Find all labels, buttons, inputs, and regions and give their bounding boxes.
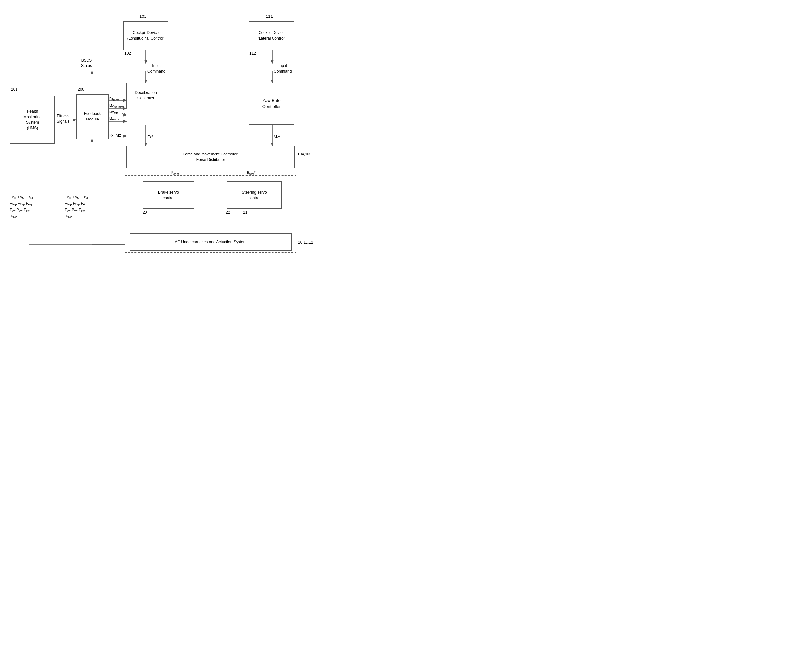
fx-mz-label: Fx, Mz: [109, 133, 121, 138]
left-signals-label: FxM, FyM, FzM FxN, FyN, FzN TW, PW, Tew …: [10, 194, 33, 220]
steering-servo-label: Steering servocontrol: [242, 190, 267, 201]
ref-104-105: 104,105: [298, 151, 311, 157]
hms-box: HealthMonitoringSystem(HMS): [10, 96, 55, 144]
ref-200: 200: [78, 87, 84, 92]
force-distributor-box: Force and Movement Controller/Force Dist…: [126, 146, 295, 169]
force-dist-label: Force and Movement Controller/Force Dist…: [183, 151, 238, 162]
ref-201: 201: [11, 87, 18, 92]
ref-22: 22: [226, 210, 230, 215]
decel-label: DecelerationController: [135, 90, 156, 101]
cockpit-lateral-box: Cockpit Device (Lateral Control): [249, 21, 294, 50]
p-com-label: Pcom: [171, 170, 179, 176]
ref-101: 101: [139, 14, 147, 19]
steering-servo-box: Steering servocontrol: [227, 182, 282, 209]
fitness-signals-label: FitnessSignals: [57, 113, 69, 124]
feedback-module-box: FeedbackModule: [76, 94, 108, 139]
diagram: Cockpit Device (Longitudinal Control) Co…: [0, 0, 406, 331]
fx-max-label: Fxmax: [109, 96, 119, 102]
ref-111: 111: [266, 14, 273, 19]
input-cmd-lat-label: InputCommand: [274, 63, 292, 74]
ac-under-label: AC Undercarriages and Actuation System: [175, 239, 246, 245]
yaw-label: Yaw RateController: [263, 98, 280, 109]
hms-label: HealthMonitoringSystem(HMS): [23, 109, 42, 130]
yaw-controller-box: Yaw RateController: [249, 83, 294, 125]
decel-controller-box: DecelerationController: [126, 83, 165, 109]
ref-112: 112: [250, 51, 256, 56]
fx-star-label: Fx*: [147, 134, 153, 140]
input-cmd-long-label: InputCommand: [147, 63, 165, 74]
ref-102: 102: [124, 51, 131, 56]
brake-servo-label: Brake servocontrol: [158, 190, 179, 201]
ref-20: 20: [143, 210, 147, 215]
cockpit-lat-label: Cockpit Device (Lateral Control): [251, 30, 292, 41]
theta-nw-star-label: θNW*: [247, 170, 255, 176]
feedback-label: FeedbackModule: [84, 111, 101, 122]
cockpit-longitudinal-box: Cockpit Device (Longitudinal Control): [123, 21, 169, 50]
brake-servo-box: Brake servocontrol: [143, 182, 194, 209]
right-signals-label: FxM, FyM, FzM FxN, FyN, Fz TW, PW, Tew θ…: [65, 194, 88, 220]
ref-21: 21: [243, 210, 247, 215]
cockpit-long-label: Cockpit Device (Longitudinal Control): [126, 30, 166, 41]
mz-star-label: Mz*: [274, 134, 280, 140]
ac-undercarriages-box: AC Undercarriages and Actuation System: [130, 233, 292, 251]
ref-10-11-12: 10,11,12: [298, 239, 313, 245]
bscs-status-label: BSCSStatus: [81, 58, 92, 69]
mz-signals-label: MzSt_maxMzDB_maxMzMLG: [109, 103, 125, 122]
